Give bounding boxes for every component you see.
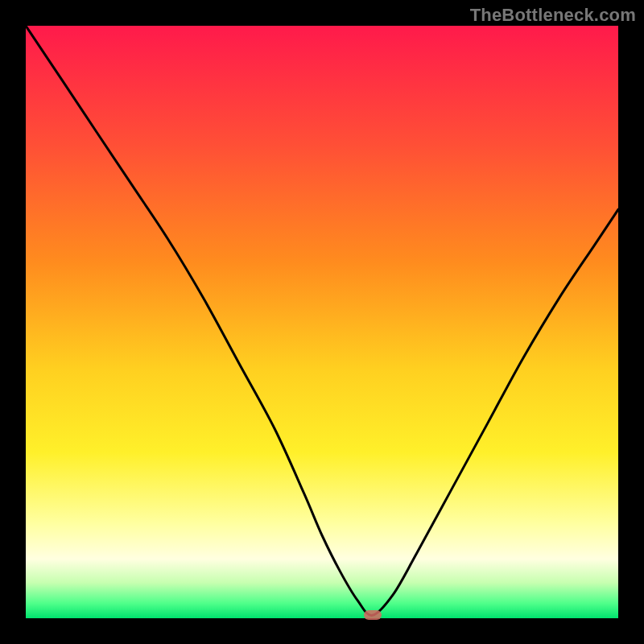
minimum-marker <box>364 610 382 620</box>
chart-svg <box>26 26 618 618</box>
chart-frame: TheBottleneck.com <box>0 0 644 644</box>
gradient-background <box>26 26 618 618</box>
watermark-label: TheBottleneck.com <box>470 5 636 26</box>
plot-area <box>26 26 618 618</box>
